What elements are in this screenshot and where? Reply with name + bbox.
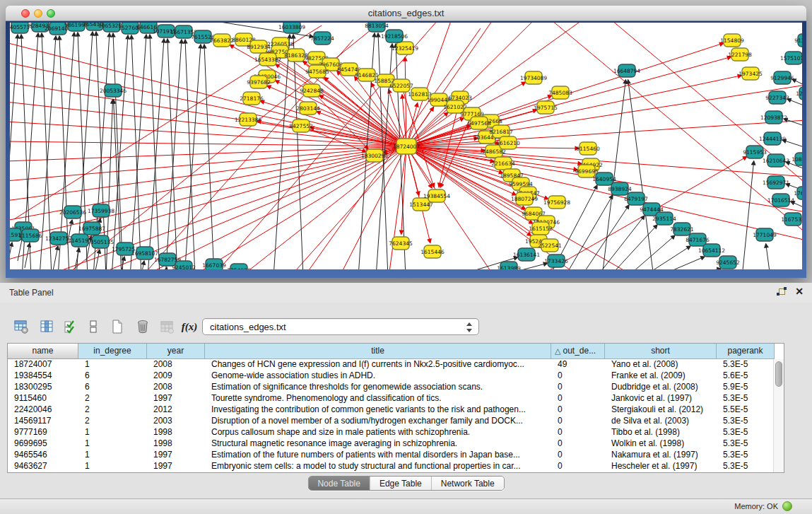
table-cell[interactable]: 1997 — [147, 461, 205, 472]
table-cell[interactable]: 0 — [551, 438, 605, 450]
table-cell[interactable]: 1997 — [147, 393, 205, 404]
table-cell[interactable]: 5.3E-5 — [717, 359, 775, 370]
table-cell[interactable]: 5.3E-5 — [717, 393, 775, 404]
tab-edge-table[interactable]: Edge Table — [370, 477, 432, 490]
table-cell[interactable]: 1 — [78, 461, 147, 472]
table-cell[interactable]: 9115460 — [8, 393, 78, 404]
new-document-icon[interactable] — [107, 317, 127, 337]
table-cell[interactable]: 9463627 — [8, 461, 78, 472]
table-cell[interactable]: Structural magnetic resonance image aver… — [205, 438, 551, 450]
table-row[interactable]: 977716911998Corpus callosum shape and si… — [8, 427, 784, 438]
table-cell[interactable]: 1 — [78, 427, 147, 438]
window-titlebar[interactable]: citations_edges.txt — [6, 6, 806, 21]
table-row[interactable]: 911546021997Tourette syndrome. Phenomeno… — [8, 393, 784, 404]
function-icon[interactable]: f(x) — [180, 317, 199, 337]
table-cell[interactable]: 5.3E-5 — [717, 416, 775, 427]
table-cell[interactable]: Estimation of the future numbers of pati… — [205, 450, 551, 461]
row-height-icon[interactable] — [83, 317, 103, 337]
table-cell[interactable]: 18300295 — [8, 382, 78, 393]
table-cell[interactable]: Genome-wide association studies in ADHD. — [205, 370, 551, 382]
table-cell[interactable]: 0 — [551, 461, 605, 472]
network-canvas[interactable]: 1405571782849332069140698619987654105106… — [10, 23, 802, 269]
table-cell[interactable]: 5.3E-5 — [717, 438, 775, 450]
table-scrollbar[interactable] — [773, 359, 784, 472]
table-row[interactable]: 1872400712008Changes of HCN gene express… — [8, 359, 784, 370]
table-cell[interactable]: 1 — [78, 438, 147, 450]
column-header-in_degree[interactable]: in_degree — [78, 344, 147, 359]
table-cell[interactable]: 1 — [78, 450, 147, 461]
float-panel-icon[interactable] — [777, 287, 787, 297]
table-settings-icon[interactable] — [11, 317, 31, 337]
table-row[interactable]: 969969511998Structural magnetic resonanc… — [8, 438, 784, 450]
table-cell[interactable]: 22420046 — [8, 404, 78, 416]
column-header-short[interactable]: short — [605, 344, 717, 359]
table-cell[interactable]: Yano et al. (2008) — [605, 359, 717, 370]
table-cell[interactable]: 0 — [551, 427, 605, 438]
memory-status-icon[interactable] — [782, 501, 792, 511]
table-cell[interactable]: Dudbridge et al. (2008) — [605, 382, 717, 393]
column-header-out_de[interactable]: △out_de... — [551, 344, 605, 359]
column-header-pagerank[interactable]: pagerank — [717, 344, 775, 359]
table-cell[interactable]: 2009 — [147, 370, 205, 382]
table-cell[interactable]: 18724007 — [8, 359, 78, 370]
select-rows-icon[interactable] — [61, 317, 81, 337]
table-cell[interactable]: 19384554 — [8, 370, 78, 382]
table-cell[interactable]: Disruption of a novel member of a sodium… — [205, 416, 551, 427]
table-cell[interactable]: 5.6E-5 — [717, 370, 775, 382]
table-cell[interactable]: Wolkin et al. (1998) — [605, 438, 717, 450]
table-scrollbar-thumb[interactable] — [775, 361, 782, 387]
table-column-icon[interactable] — [37, 317, 57, 337]
column-header-name[interactable]: name — [8, 344, 78, 359]
table-cell[interactable]: 9465546 — [8, 450, 78, 461]
table-cell[interactable]: Estimation of significance thresholds fo… — [205, 382, 551, 393]
table-cell[interactable]: Changes of HCN gene expression and I(f) … — [205, 359, 551, 370]
table-cell[interactable]: 5.3E-5 — [717, 461, 775, 472]
table-row[interactable]: 946554611997Estimation of the future num… — [8, 450, 784, 461]
table-cell[interactable]: Stergiakouli et al. (2012) — [605, 404, 717, 416]
column-header-year[interactable]: year — [147, 344, 205, 359]
table-cell[interactable]: 0 — [551, 393, 605, 404]
table-cell[interactable]: 2008 — [147, 359, 205, 370]
table-cell[interactable]: Jankovic et al. (1997) — [605, 393, 717, 404]
table-cell[interactable]: 0 — [551, 416, 605, 427]
table-cell[interactable]: 1998 — [147, 427, 205, 438]
table-cell[interactable]: Tourette syndrome. Phenomenology and cla… — [205, 393, 551, 404]
table-cell[interactable]: 0 — [551, 370, 605, 382]
table-cell[interactable]: 9699695 — [8, 438, 78, 450]
table-cell[interactable]: 5.5E-5 — [717, 404, 775, 416]
table-cell[interactable]: 2 — [78, 404, 147, 416]
table-cell[interactable]: 2012 — [147, 404, 205, 416]
delete-icon[interactable] — [133, 317, 153, 337]
table-cell[interactable]: 9777169 — [8, 427, 78, 438]
table-cell[interactable]: 6 — [78, 382, 147, 393]
table-row[interactable]: 1456911722003Disruption of a novel membe… — [8, 416, 784, 427]
table-cell[interactable]: Nakamura et al. (1997) — [605, 450, 717, 461]
table-cell[interactable]: 1 — [78, 359, 147, 370]
table-cell[interactable]: 0 — [551, 450, 605, 461]
close-panel-icon[interactable]: ✕ — [795, 286, 804, 297]
table-cell[interactable]: 2 — [78, 393, 147, 404]
table-cell[interactable]: 1998 — [147, 438, 205, 450]
table-cell[interactable]: 5.3E-5 — [717, 427, 775, 438]
table-row[interactable]: 1938455462009Genome-wide association stu… — [8, 370, 784, 382]
table-cell[interactable]: de Silva et al. (2003) — [605, 416, 717, 427]
table-row[interactable]: 2242004622012Investigating the contribut… — [8, 404, 784, 416]
table-cell[interactable]: 1997 — [147, 450, 205, 461]
table-cell[interactable]: 0 — [551, 404, 605, 416]
table-cell[interactable]: 6 — [78, 370, 147, 382]
import-table-icon[interactable] — [157, 317, 177, 337]
table-cell[interactable]: 5.3E-5 — [717, 450, 775, 461]
table-cell[interactable]: Hescheler et al. (1997) — [605, 461, 717, 472]
table-cell[interactable]: 2003 — [147, 416, 205, 427]
table-cell[interactable]: 2 — [78, 416, 147, 427]
column-header-title[interactable]: title — [205, 344, 551, 359]
table-cell[interactable]: 2008 — [147, 382, 205, 393]
table-cell[interactable]: 5.9E-5 — [717, 382, 775, 393]
table-row[interactable]: 946362711997Embryonic stem cells: a mode… — [8, 461, 784, 472]
table-cell[interactable]: Embryonic stem cells: a model to study s… — [205, 461, 551, 472]
table-cell[interactable]: Franke et al. (2009) — [605, 370, 717, 382]
tab-node-table[interactable]: Node Table — [308, 477, 370, 490]
table-cell[interactable]: Investigating the contribution of common… — [205, 404, 551, 416]
table-cell[interactable]: Tibbo et al. (1998) — [605, 427, 717, 438]
table-selector[interactable]: citations_edges.txt — [202, 318, 479, 335]
